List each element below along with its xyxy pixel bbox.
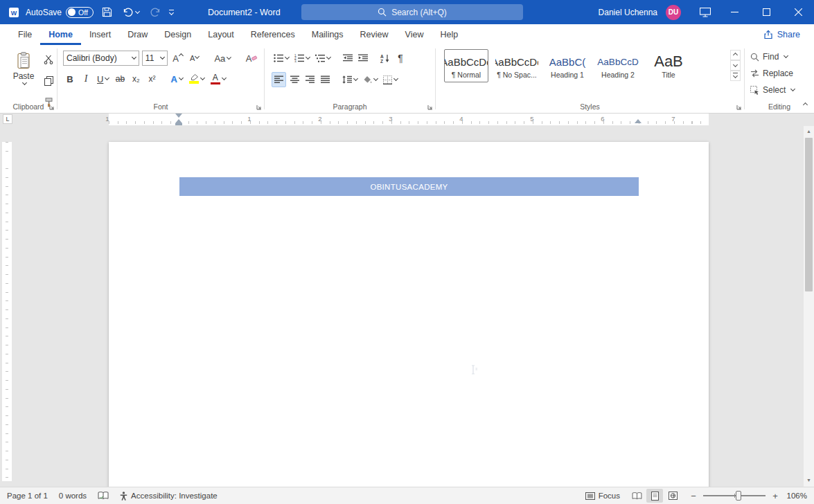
style-heading-1[interactable]: AaBbC( Heading 1 [545, 49, 590, 82]
zoom-out-button[interactable]: − [689, 491, 698, 501]
user-name[interactable]: Daniel Uchenna [599, 8, 657, 17]
text-effects-button[interactable]: A [168, 71, 184, 87]
ruler-strip[interactable] [109, 114, 709, 125]
clear-formatting-button[interactable]: A [244, 51, 260, 66]
right-indent-marker[interactable] [635, 119, 642, 123]
tab-review[interactable]: Review [352, 24, 397, 45]
copy-button[interactable] [42, 73, 55, 89]
styles-scroll-down-button[interactable] [730, 60, 741, 71]
sort-button[interactable]: AZ [378, 51, 392, 66]
scroll-up-arrow[interactable]: ▲ [804, 126, 814, 136]
borders-button[interactable] [381, 72, 400, 87]
underline-button[interactable]: U [95, 71, 111, 87]
font-color-button[interactable]: A [209, 71, 228, 87]
page-number-indicator[interactable]: Page 1 of 1 [7, 492, 48, 500]
tab-stop-selector[interactable]: L [3, 114, 12, 124]
left-indent-marker[interactable] [175, 123, 182, 125]
tab-draw[interactable]: Draw [119, 24, 156, 45]
clipboard-dialog-launcher[interactable] [49, 105, 55, 110]
vertical-scrollbar[interactable]: ▲ ▼ [804, 126, 814, 487]
search-box[interactable]: Search (Alt+Q) [301, 4, 523, 20]
increase-indent-button[interactable] [356, 51, 370, 66]
change-case-button[interactable]: Aa [212, 51, 232, 66]
tab-help[interactable]: Help [432, 24, 466, 45]
zoom-percentage[interactable]: 106% [785, 492, 807, 500]
highlight-color-button[interactable] [187, 71, 206, 87]
zoom-slider-thumb[interactable] [736, 491, 741, 501]
align-left-button[interactable] [272, 72, 286, 87]
align-center-button[interactable] [287, 72, 301, 87]
align-right-button[interactable] [303, 72, 317, 87]
focus-mode-button[interactable]: Focus [585, 492, 620, 500]
grow-font-button[interactable]: A [170, 51, 184, 66]
styles-scroll-up-button[interactable] [730, 50, 741, 60]
scrollbar-thumb[interactable] [805, 138, 813, 291]
styles-gallery-more-button[interactable] [730, 71, 741, 81]
zoom-slider[interactable] [703, 495, 766, 496]
word-count-indicator[interactable]: 0 words [59, 492, 87, 500]
font-size-combobox[interactable]: 11 [142, 51, 168, 66]
bullets-button[interactable] [272, 51, 291, 66]
user-avatar[interactable]: DU [666, 5, 681, 20]
decrease-indent-button[interactable] [341, 51, 355, 66]
customize-quick-access-button[interactable] [169, 10, 174, 15]
subscript-button[interactable]: x₂ [129, 71, 143, 87]
italic-button[interactable]: I [79, 71, 93, 87]
document-page[interactable]: OBINTUSACADEMY [109, 142, 709, 487]
cut-button[interactable] [42, 52, 55, 67]
shading-button[interactable] [361, 72, 380, 87]
ribbon-display-options-icon[interactable] [692, 0, 718, 24]
tab-layout[interactable]: Layout [200, 24, 242, 45]
numbering-button[interactable]: 1.2.3. [292, 51, 312, 66]
read-mode-button[interactable] [628, 489, 645, 503]
word-app-icon[interactable]: W [8, 7, 19, 18]
style-title[interactable]: AaB Title [646, 49, 691, 82]
proofing-errors-button[interactable] [98, 492, 109, 500]
tab-view[interactable]: View [397, 24, 432, 45]
tab-home[interactable]: Home [40, 24, 81, 45]
line-spacing-button[interactable] [340, 72, 360, 87]
undo-button[interactable] [121, 3, 141, 21]
print-layout-button[interactable] [646, 489, 663, 503]
accessibility-checker[interactable]: Accessibility: Investigate [120, 492, 218, 501]
redo-button[interactable] [148, 3, 163, 21]
autosave-pill[interactable]: Off [66, 7, 94, 18]
justify-button[interactable] [318, 72, 332, 87]
tab-insert[interactable]: Insert [81, 24, 119, 45]
share-button[interactable]: Share [763, 24, 800, 45]
first-line-indent-marker[interactable] [175, 114, 182, 118]
paste-button[interactable]: Paste [8, 49, 39, 98]
styles-dialog-launcher[interactable] [736, 105, 742, 110]
paragraph-dialog-launcher[interactable] [427, 105, 433, 110]
minimize-button[interactable] [718, 0, 750, 24]
style-no-spacing[interactable]: AaBbCcDc ¶ No Spac... [495, 49, 539, 82]
autosave-toggle[interactable]: AutoSave Off [26, 7, 94, 18]
font-dialog-launcher[interactable] [256, 105, 262, 110]
maximize-button[interactable] [750, 0, 782, 24]
find-button[interactable]: Find [750, 49, 814, 64]
font-name-combobox[interactable]: Calibri (Body) [63, 51, 139, 66]
multilevel-list-button[interactable] [313, 51, 333, 66]
superscript-button[interactable]: x² [145, 71, 159, 87]
zoom-in-button[interactable]: + [771, 491, 779, 501]
style-normal[interactable]: AaBbCcDc ¶ Normal [444, 49, 488, 82]
tab-design[interactable]: Design [156, 24, 200, 45]
collapse-ribbon-button[interactable] [804, 97, 807, 109]
tab-references[interactable]: References [242, 24, 303, 45]
style-heading-2[interactable]: AaBbCcD Heading 2 [596, 49, 640, 82]
select-button[interactable]: Select [750, 82, 814, 98]
tab-file[interactable]: File [10, 24, 40, 45]
shaded-heading-paragraph[interactable]: OBINTUSACADEMY [179, 177, 639, 196]
web-layout-button[interactable] [664, 489, 681, 503]
scroll-down-arrow[interactable]: ▼ [804, 475, 814, 485]
horizontal-ruler[interactable]: L 1 1 2 3 4 5 6 7 [0, 114, 804, 126]
replace-button[interactable]: Replace [750, 66, 814, 81]
multilevel-caret [326, 55, 331, 60]
strikethrough-button[interactable]: ab [113, 71, 127, 87]
tab-mailings[interactable]: Mailings [303, 24, 352, 45]
close-button[interactable] [782, 0, 814, 24]
show-hide-formatting-button[interactable]: ¶ [393, 51, 407, 66]
bold-button[interactable]: B [63, 71, 77, 87]
save-button[interactable] [100, 3, 114, 21]
shrink-font-button[interactable]: A [188, 51, 202, 66]
